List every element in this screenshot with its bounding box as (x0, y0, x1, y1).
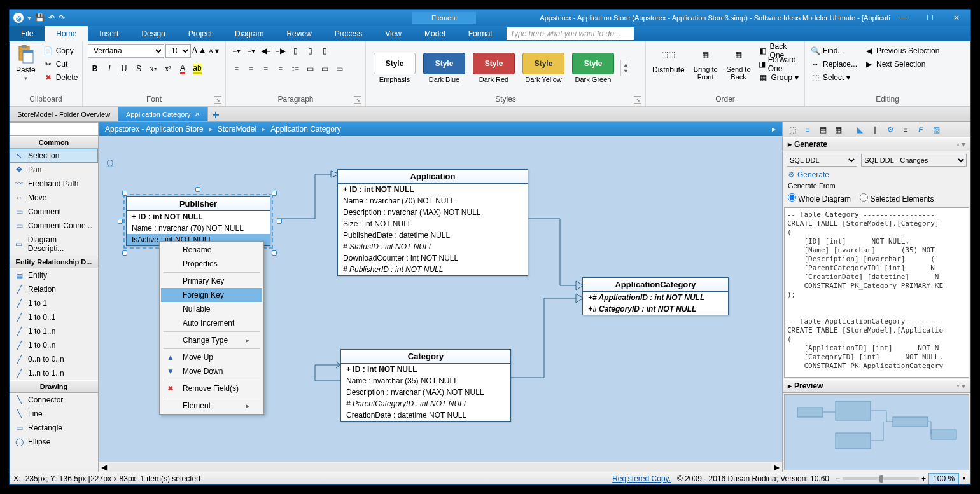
selection-handle[interactable] (272, 191, 277, 196)
subscript-button[interactable]: x₂ (146, 62, 160, 76)
entity-field[interactable]: # ParentCategoryID : int NOT NULL (341, 398, 510, 409)
breadcrumb-scroll-icon[interactable]: ▸ (772, 125, 776, 134)
selection-handle[interactable] (272, 250, 277, 256)
outdent-button[interactable]: ◀≡ (259, 44, 273, 58)
send-back-button[interactable]: ▦Send to Back (723, 44, 755, 82)
toolbox-item[interactable]: ╱1 to 0..1 (10, 310, 98, 324)
toolbox-item[interactable]: ╲Connector (10, 393, 98, 407)
entity-field[interactable]: CreationDate : datetime NOT NULL (341, 409, 510, 421)
grow-font-button[interactable]: A▲ (192, 44, 206, 58)
paragraph-dialog-launcher[interactable]: ↘ (354, 96, 361, 104)
radio-whole-diagram[interactable]: Whole Diagram (788, 193, 851, 203)
font-color-button[interactable]: A (176, 62, 190, 76)
preview-pane[interactable] (784, 394, 969, 470)
group-button[interactable]: ▦Group ▾ (756, 71, 802, 84)
entity-publisher[interactable]: Publisher + ID : int NOT NULLName : nvar… (126, 196, 270, 246)
breadcrumb-item[interactable]: Appstorex - Application Store (105, 125, 204, 134)
qat-save-icon[interactable]: 💾 (35, 13, 45, 22)
toolbox-item[interactable]: ✥Pan (10, 163, 98, 177)
border-bottom-button[interactable]: ▭ (332, 62, 346, 76)
forward-one-button[interactable]: ◨Forward One (756, 57, 802, 71)
entity-field[interactable]: Name : nvarchar (35) NOT NULL (341, 375, 510, 387)
status-link[interactable]: Registered Copy. (612, 474, 671, 483)
toolbox-item[interactable]: ╱1..n to 1..n (10, 366, 98, 380)
toolbox-item[interactable]: ▭Comment (10, 205, 98, 219)
ribbon-tab-process[interactable]: Process (323, 26, 374, 41)
minimize-button[interactable]: — (890, 11, 916, 25)
line-spacing-button[interactable]: ↕≡ (288, 62, 302, 76)
toolbox-item[interactable]: ▭Comment Conne... (10, 219, 98, 233)
ctx-change-type[interactable]: Change Type▸ (161, 333, 262, 347)
indent-button[interactable]: ≡▶ (274, 44, 288, 58)
entity-field[interactable]: + ID : int NOT NULL (127, 211, 270, 223)
ribbon-tab-model[interactable]: Model (413, 26, 457, 41)
generate-mode-select[interactable]: SQL DDL - Changes (861, 154, 967, 167)
toolbox-item[interactable]: 〰Freehand Path (10, 177, 98, 191)
ctx-move-up[interactable]: ▲Move Up (161, 350, 262, 364)
panel-title-preview[interactable]: Preview (794, 381, 823, 390)
selection-handle[interactable] (118, 219, 123, 224)
generate-link[interactable]: ⚙Generate (783, 169, 970, 181)
copy-button[interactable]: 📄Copy (41, 44, 81, 57)
shrink-font-button[interactable]: A▼ (207, 44, 221, 58)
panel-title-generate[interactable]: Generate (794, 140, 827, 149)
entity-field[interactable]: Description : nvarchar (MAX) NOT NULL (341, 387, 510, 398)
maximize-button[interactable]: ☐ (917, 11, 942, 25)
select-button[interactable]: ⬚Select ▾ (808, 71, 860, 84)
toolbox-item[interactable]: ╱1 to 1..n (10, 324, 98, 338)
underline-button[interactable]: U (117, 62, 131, 76)
styles-more[interactable]: ▲▼ (620, 60, 631, 76)
replace-button[interactable]: ↔Replace... (808, 57, 860, 71)
toolbox-item[interactable]: ▭Diagram Descripti... (10, 233, 98, 256)
border-left-button[interactable]: ▯ (288, 44, 302, 58)
border-top-button[interactable]: ▭ (303, 62, 317, 76)
toolbox-cat-common[interactable]: Common (10, 136, 98, 149)
rp-tool-icon[interactable]: ▨ (929, 123, 943, 136)
entity-field[interactable]: PublishedDate : datetime NULL (338, 230, 528, 241)
rp-tool-icon[interactable]: ⬚ (785, 123, 799, 136)
selection-handle[interactable] (122, 250, 127, 256)
ribbon-tab-project[interactable]: Project (177, 26, 223, 41)
find-button[interactable]: 🔍Find... (808, 44, 860, 57)
ribbon-tab-review[interactable]: Review (275, 26, 323, 41)
zoom-value[interactable]: 100 % (928, 473, 959, 484)
entity-field[interactable]: + ID : int NOT NULL (341, 364, 510, 375)
toolbox-item[interactable]: ↔Move (10, 191, 98, 205)
bullets-button[interactable]: ≡▾ (230, 44, 244, 58)
entity-field[interactable]: # StatusID : int NOT NULL (338, 241, 528, 252)
align-justify-button[interactable]: ≡ (274, 62, 288, 76)
breadcrumb-item[interactable]: Application Category (270, 125, 341, 134)
toolbox-item[interactable]: ▭Rectangle (10, 421, 98, 435)
rp-tool-icon[interactable]: ▦ (831, 123, 845, 136)
highlight-button[interactable]: ab (190, 62, 204, 76)
entity-field[interactable]: Size : int NOT NULL (338, 218, 528, 230)
entity-field[interactable]: + ID : int NOT NULL (338, 184, 528, 195)
ctx-foreign-key[interactable]: Foreign Key (161, 288, 262, 302)
strike-button[interactable]: S (132, 62, 146, 76)
paste-button[interactable]: Paste▼ (12, 44, 39, 83)
rp-tool-icon[interactable]: ▤ (816, 123, 830, 136)
rp-tool-icon[interactable]: ≡ (899, 123, 913, 136)
ribbon-tab-insert[interactable]: Insert (88, 26, 130, 41)
cut-button[interactable]: ✂Cut (41, 57, 81, 71)
rp-tool-icon[interactable]: ∥ (868, 123, 882, 136)
bring-front-button[interactable]: ▦Bring to Front (690, 44, 722, 82)
font-size-select[interactable]: 10 (165, 44, 191, 58)
ribbon-tab-diagram[interactable]: Diagram (223, 26, 275, 41)
rp-tool-icon[interactable]: ≡ (801, 123, 815, 136)
file-menu[interactable]: File (10, 26, 45, 41)
horizontal-scrollbar[interactable]: ◀▶ (99, 462, 782, 472)
zoom-slider[interactable] (843, 477, 919, 480)
ribbon-tab-design[interactable]: Design (130, 26, 176, 41)
search-input[interactable]: Type here what you want to do... (507, 27, 634, 40)
zoom-in-button[interactable]: + (921, 474, 926, 483)
distribute-button[interactable]: ⬚⬚Distribute (648, 44, 689, 76)
entity-application[interactable]: Application + ID : int NOT NULLName : nv… (337, 169, 528, 276)
close-tab-icon[interactable]: ✕ (195, 111, 200, 118)
selection-handle[interactable] (195, 187, 200, 192)
numbering-button[interactable]: ≡▾ (244, 44, 258, 58)
toolbox-item[interactable]: ╱1 to 1 (10, 296, 98, 310)
entity-field[interactable]: DownloadCounter : int NOT NULL (338, 252, 528, 264)
entity-field[interactable]: Name : nvarchar (70) NOT NULL (338, 195, 528, 207)
styles-dialog-launcher[interactable]: ↘ (634, 96, 641, 104)
